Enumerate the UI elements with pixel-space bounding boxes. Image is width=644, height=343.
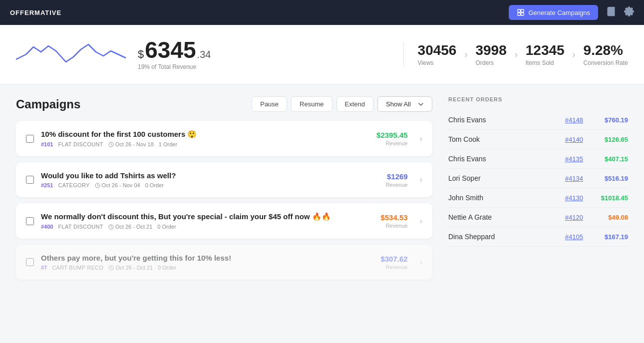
stat-conversion-value: 9.28%	[584, 42, 628, 58]
campaign-revenue-label-3: Revenue	[380, 223, 407, 229]
resume-button[interactable]: Resume	[291, 96, 332, 112]
order-amount-7: $167.19	[593, 233, 628, 241]
order-id-7[interactable]: #4105	[565, 233, 583, 241]
campaign-revenue-1: $2395.45 Revenue	[376, 131, 408, 146]
svg-rect-0	[518, 9, 520, 12]
campaign-card-4: Others pay more, but you're getting this…	[16, 245, 432, 280]
campaign-body-2: Would you like to add Tshirts as well? #…	[41, 171, 379, 188]
order-name-2: Tom Cook	[448, 135, 565, 143]
chevron-down-icon	[418, 101, 424, 107]
order-id-6[interactable]: #4120	[565, 214, 583, 221]
campaign-revenue-2: $1269 Revenue	[386, 172, 408, 188]
order-name-7: Dina Sheppard	[448, 233, 565, 241]
campaigns-panel: Campaigns Pause Resume Extend Show All 1…	[16, 96, 432, 286]
arrow-icon-1: ›	[464, 49, 467, 60]
stat-views: 30456 Views	[418, 42, 457, 66]
campaign-arrow-2[interactable]: ›	[420, 175, 422, 184]
campaign-revenue-label-1: Revenue	[376, 140, 408, 146]
order-name-6: Nettie A Grate	[448, 213, 565, 221]
clock-icon-3	[108, 224, 114, 230]
campaign-revenue-value-4: $307.62	[380, 255, 407, 263]
generate-icon	[517, 8, 525, 16]
generate-campaigns-button[interactable]: Generate Campaigns	[509, 5, 598, 20]
campaign-type-4: CART BUMP RECO	[52, 265, 103, 271]
show-all-button[interactable]: Show All	[377, 96, 432, 112]
order-name-1: Chris Evans	[448, 116, 565, 124]
campaign-arrow-1[interactable]: ›	[420, 134, 422, 143]
campaign-dates-1: Oct 26 - Nov 18	[108, 141, 154, 147]
stat-items-sold-value: 12345	[526, 42, 565, 58]
order-id-1[interactable]: #4148	[565, 116, 583, 124]
stat-items-sold: 12345 Items Sold	[526, 42, 565, 66]
stat-views-value: 30456	[418, 42, 457, 58]
main-content: Campaigns Pause Resume Extend Show All 1…	[0, 84, 644, 298]
campaign-card-1: 10% discount for the first 100 customers…	[16, 121, 432, 156]
header-actions: Generate Campaigns	[509, 5, 634, 20]
campaign-card-2: Would you like to add Tshirts as well? #…	[16, 162, 432, 197]
order-amount-6: $49.08	[593, 214, 628, 221]
order-name-5: John Smith	[448, 194, 565, 202]
stat-views-label: Views	[418, 59, 457, 66]
campaign-revenue-value-3: $534.53	[380, 213, 407, 222]
campaign-checkbox-1[interactable]	[26, 135, 34, 143]
settings-icon[interactable]	[624, 6, 634, 18]
clock-icon-2	[95, 183, 100, 188]
order-id-4[interactable]: #4134	[565, 175, 583, 182]
revenue-chart	[16, 37, 126, 72]
order-amount-4: $516.19	[593, 175, 628, 182]
stat-orders-value: 3998	[475, 42, 506, 58]
svg-rect-2	[518, 13, 520, 15]
stats-metrics: 30456 Views › 3998 Orders › 12345 Items …	[389, 42, 628, 67]
campaign-revenue-4: $307.62 Revenue	[380, 255, 407, 270]
campaign-revenue-label-2: Revenue	[386, 182, 408, 188]
arrow-icon-2: ›	[515, 49, 518, 60]
order-id-2[interactable]: #4140	[565, 136, 583, 143]
revenue-cents: .34	[197, 49, 211, 60]
app-header: OFFERMATIVE Generate Campaigns	[0, 0, 644, 25]
campaign-checkbox-4[interactable]	[26, 258, 34, 266]
campaign-type-1: FLAT DISCOUNT	[58, 141, 103, 147]
campaign-body-4: Others pay more, but you're getting this…	[41, 254, 373, 271]
order-amount-5: $1018.45	[593, 194, 628, 202]
campaign-revenue-label-4: Revenue	[380, 264, 407, 270]
campaign-body-1: 10% discount for the first 100 customers…	[41, 130, 369, 147]
campaign-id-1: #101	[41, 141, 53, 147]
extend-button[interactable]: Extend	[336, 96, 373, 112]
campaign-checkbox-3[interactable]	[26, 217, 34, 225]
campaign-revenue-value-2: $1269	[386, 172, 408, 181]
stat-conversion-label: Conversion Rate	[584, 59, 628, 66]
campaign-type-2: CATEGORY	[58, 182, 89, 188]
campaigns-actions: Pause Resume Extend Show All	[252, 96, 432, 112]
campaign-type-3: FLAT DISCOUNT	[58, 224, 103, 230]
clock-icon-4	[108, 265, 114, 271]
order-row-5: John Smith #4130 $1018.45	[448, 188, 628, 208]
campaign-revenue-3: $534.53 Revenue	[380, 213, 407, 229]
campaign-orders-4: 0 Order	[158, 265, 176, 271]
clock-icon-1	[108, 142, 114, 147]
order-id-3[interactable]: #4135	[565, 155, 583, 163]
order-row-6: Nettie A Grate #4120 $49.08	[448, 208, 628, 227]
revenue-subtitle: 19% of Total Revenue	[138, 63, 211, 70]
stat-orders: 3998 Orders	[475, 42, 506, 66]
book-icon[interactable]	[606, 6, 616, 18]
campaign-meta-2: #251 CATEGORY Oct 26 - Nov 04 0 Order	[41, 182, 379, 188]
order-amount-2: $126.65	[593, 136, 628, 143]
pause-button[interactable]: Pause	[252, 96, 287, 112]
order-row-2: Tom Cook #4140 $126.65	[448, 130, 628, 149]
svg-rect-3	[521, 13, 524, 15]
stat-orders-label: Orders	[475, 59, 506, 66]
campaign-dates-3: Oct 26 - Oct 21	[108, 224, 153, 230]
campaign-arrow-3[interactable]: ›	[420, 217, 422, 226]
campaign-title-4: Others pay more, but you're getting this…	[41, 254, 373, 262]
campaign-arrow-4[interactable]: ›	[420, 258, 422, 267]
order-name-3: Chris Evans	[448, 155, 565, 163]
recent-orders-panel: RECENT ORDERS Chris Evans #4148 $760.19 …	[448, 96, 628, 286]
campaign-title-1: 10% discount for the first 100 customers…	[41, 130, 369, 139]
campaign-checkbox-2[interactable]	[26, 176, 34, 184]
campaign-meta-4: #7 CART BUMP RECO Oct 26 - Oct 21 0 Orde…	[41, 265, 373, 271]
campaign-card-3: We normally don't discount this, But you…	[16, 203, 432, 239]
revenue-value: 6345	[145, 38, 196, 61]
order-id-5[interactable]: #4130	[565, 194, 583, 202]
campaign-orders-2: 0 Order	[145, 182, 164, 188]
campaign-dates-2: Oct 26 - Nov 04	[95, 182, 140, 188]
